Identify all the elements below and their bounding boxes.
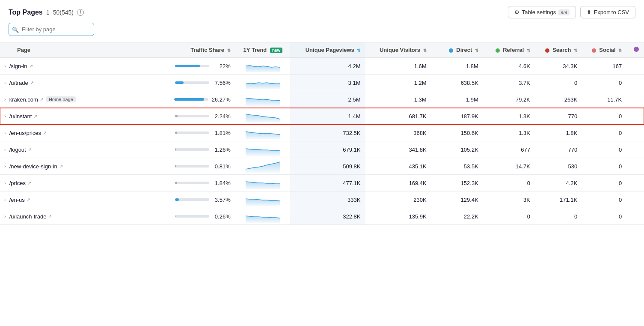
table-settings-button[interactable]: ⚙ Table settings 9/9 [508,6,576,18]
external-link-icon[interactable]: ↗ [43,130,47,136]
referral-cell: 0 [484,175,535,191]
external-link-icon[interactable]: ↗ [27,197,30,203]
expand-chevron[interactable]: › [3,113,7,120]
direct-cell: 1.8M [432,58,484,75]
table-row: › /prices ↗ 1.84% 477.1K 169.4K 1 [0,175,644,191]
sparkline [246,60,280,72]
sparkline [246,93,280,106]
expand-chevron[interactable]: › [3,213,7,220]
col-header-traffic-share[interactable]: Traffic Share ⇅ [160,42,236,58]
search-cell: 0 [535,75,582,91]
filter-bar: 🔍 [0,23,644,42]
referral-cell: 3K [484,191,535,208]
expand-chevron[interactable]: › [3,96,7,103]
traffic-bar-fill [175,148,176,151]
expand-chevron[interactable]: › [3,196,7,203]
table-row: › /u/launch-trade ↗ 0.26% 322.8K 135. [0,208,644,225]
sparkline [246,176,280,189]
external-link-icon[interactable]: ↗ [48,214,52,219]
page-cell-en-us-prices: › /en-us/prices ↗ [0,125,160,141]
page-link[interactable]: /u/instant ↗ [9,113,38,120]
extra-cell [627,75,644,91]
unique-pageviews-cell: 509.8K [290,158,365,175]
col-header-trend[interactable]: 1Y Trend new [236,42,291,58]
sparkline [246,193,280,206]
search-cell: 530 [535,158,582,175]
referral-cell: 3.7K [484,75,535,91]
col-header-unique-visitors[interactable]: Unique Visitors ⇅ [365,42,431,58]
expand-chevron[interactable]: › [3,179,7,186]
traffic-share-cell: 0.26% [160,208,236,225]
extra-cell [627,141,644,158]
top-bar-right: ⚙ Table settings 9/9 ⬆ Export to CSV [508,6,635,18]
page-link[interactable]: /sign-in ↗ [9,63,33,69]
col-header-direct[interactable]: Direct ⇅ [432,42,484,58]
unique-visitors-cell: 341.8K [365,141,431,158]
expand-chevron[interactable]: › [3,146,7,153]
page-link[interactable]: /en-us ↗ [9,197,30,203]
upload-icon: ⬆ [587,9,591,15]
table-header-row: Page Traffic Share ⇅ 1Y Trend new Unique… [0,42,644,58]
sparkline [246,143,280,156]
external-link-icon[interactable]: ↗ [28,147,32,153]
top-bar: Top Pages 1–50(545) i ⚙ Table settings 9… [0,0,644,23]
col-header-social[interactable]: Social ⇅ [582,42,627,58]
trend-new-badge: new [270,48,282,53]
expand-chevron[interactable]: › [3,63,7,69]
col-header-referral[interactable]: Referral ⇅ [484,42,535,58]
page-link[interactable]: /u/trade ↗ [9,80,34,86]
expand-chevron[interactable]: › [3,129,7,136]
referral-cell: 0 [484,208,535,225]
traffic-share-cell: 3.57% [160,191,236,208]
traffic-bar-fill [175,132,177,134]
page-link[interactable]: /logout ↗ [9,147,32,153]
direct-cell: 129.4K [432,191,484,208]
sort-icon: ⇅ [527,48,530,53]
external-link-icon[interactable]: ↗ [33,114,37,119]
page-link[interactable]: /prices ↗ [9,180,31,186]
page-link[interactable]: kraken.com ↗ [9,96,44,103]
col-header-more [627,42,644,58]
traffic-bar-bg [174,98,208,101]
traffic-share-cell: 0.81% [160,158,236,175]
search-cell: 770 [535,108,582,125]
page-link[interactable]: /u/launch-trade ↗ [9,213,52,220]
table-row: › /new-device-sign-in ↗ 0.81% 509.8K [0,158,644,175]
expand-chevron[interactable]: › [3,163,7,170]
col-header-unique-pageviews[interactable]: Unique Pageviews ⇅ [290,42,365,58]
external-link-icon[interactable]: ↗ [40,97,44,102]
social-cell: 167 [582,58,627,75]
filter-input[interactable] [9,23,94,36]
unique-pageviews-cell: 3.1M [290,75,365,91]
page-link[interactable]: /en-us/prices ↗ [9,130,47,136]
search-cell: 34.3K [535,58,582,75]
external-link-icon[interactable]: ↗ [29,63,33,69]
table-row: › /sign-in ↗ 22% 4.2M 1.6M 1.8M [0,58,644,75]
col-header-page[interactable]: Page [0,42,160,58]
traffic-bar-fill [175,65,200,67]
traffic-share-label: 1.84% [213,180,231,186]
traffic-bar-fill [175,115,178,117]
table-row: › /logout ↗ 1.26% 679.1K 341.8K 1 [0,141,644,158]
trend-cell [236,191,291,208]
filter-input-wrap: 🔍 [9,23,94,36]
col-header-search[interactable]: Search ⇅ [535,42,582,58]
export-csv-button[interactable]: ⬆ Export to CSV [580,6,635,18]
unique-pageviews-cell: 679.1K [290,141,365,158]
search-cell: 171.1K [535,191,582,208]
search-cell: 770 [535,141,582,158]
social-cell: 0 [582,141,627,158]
external-link-icon[interactable]: ↗ [59,164,63,169]
external-link-icon[interactable]: ↗ [30,80,34,86]
social-cell: 0 [582,158,627,175]
traffic-share-label: 7.56% [213,80,231,86]
traffic-bar-bg [175,165,209,167]
info-icon[interactable]: i [77,9,84,16]
external-link-icon[interactable]: ↗ [27,180,31,186]
page-link[interactable]: /new-device-sign-in ↗ [9,163,63,170]
extra-cell [627,91,644,108]
sort-icon: ⇅ [423,48,427,53]
expand-chevron[interactable]: › [3,79,7,86]
extra-cell [627,191,644,208]
page-cell-u-trade: › /u/trade ↗ [0,75,160,91]
